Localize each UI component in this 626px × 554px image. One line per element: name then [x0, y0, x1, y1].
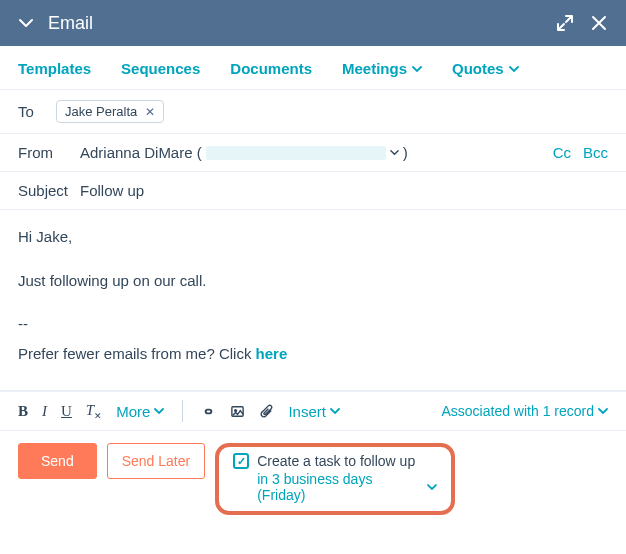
- tab-meetings-label: Meetings: [342, 60, 407, 77]
- compose-tabs: Templates Sequences Documents Meetings Q…: [0, 46, 626, 90]
- tab-sequences[interactable]: Sequences: [121, 60, 200, 77]
- bcc-button[interactable]: Bcc: [583, 144, 608, 161]
- from-name: Adrianna DiMare (: [80, 144, 202, 161]
- from-close-paren: ): [403, 144, 408, 161]
- clear-format-button[interactable]: T✕: [86, 402, 102, 421]
- email-body[interactable]: Hi Jake, Just following up on our call. …: [0, 210, 626, 390]
- body-greeting: Hi Jake,: [18, 224, 608, 250]
- recipient-chip[interactable]: Jake Peralta ✕: [56, 100, 164, 123]
- signature-line: Prefer fewer emails from me? Click here: [18, 341, 608, 367]
- task-checkbox[interactable]: ✓: [233, 453, 249, 469]
- more-label: More: [116, 403, 150, 420]
- image-icon[interactable]: [230, 404, 245, 419]
- attachment-icon[interactable]: [259, 404, 274, 419]
- tab-templates[interactable]: Templates: [18, 60, 91, 77]
- link-icon[interactable]: [201, 404, 216, 419]
- body-paragraph: Just following up on our call.: [18, 268, 608, 294]
- bold-button[interactable]: B: [18, 403, 28, 420]
- expand-icon[interactable]: [556, 14, 574, 32]
- tab-quotes-label: Quotes: [452, 60, 504, 77]
- send-button[interactable]: Send: [18, 443, 97, 479]
- chevron-down-icon: [390, 148, 399, 157]
- follow-up-task-box: ✓ Create a task to follow up in 3 busine…: [215, 443, 455, 515]
- from-dropdown[interactable]: Adrianna DiMare ( ): [80, 144, 553, 161]
- chevron-down-icon: [598, 406, 608, 416]
- header-title: Email: [48, 13, 93, 34]
- send-later-button[interactable]: Send Later: [107, 443, 206, 479]
- chevron-down-icon: [412, 64, 422, 74]
- close-icon[interactable]: [590, 14, 608, 32]
- signature-text: Prefer fewer emails from me? Click: [18, 345, 256, 362]
- task-label: Create a task to follow up: [257, 453, 415, 469]
- associated-label: Associated with 1 record: [441, 403, 594, 419]
- remove-recipient-icon[interactable]: ✕: [145, 105, 155, 119]
- from-email-redacted: [206, 146, 386, 160]
- format-toolbar: B I U T✕ More Insert Associated with 1 r…: [0, 390, 626, 431]
- to-row: To Jake Peralta ✕: [0, 90, 626, 134]
- tab-meetings[interactable]: Meetings: [342, 60, 422, 77]
- from-row: From Adrianna DiMare ( ) Cc Bcc: [0, 134, 626, 172]
- toolbar-divider: [182, 400, 183, 422]
- cc-button[interactable]: Cc: [553, 144, 571, 161]
- tab-quotes[interactable]: Quotes: [452, 60, 519, 77]
- insert-label: Insert: [288, 403, 326, 420]
- svg-point-1: [235, 409, 237, 411]
- to-label: To: [18, 103, 56, 120]
- task-when-label: in 3 business days (Friday): [257, 471, 423, 503]
- compose-header: Email: [0, 0, 626, 46]
- insert-button[interactable]: Insert: [288, 403, 340, 420]
- underline-button[interactable]: U: [61, 403, 72, 420]
- task-when-dropdown[interactable]: in 3 business days (Friday): [257, 471, 437, 503]
- from-label: From: [18, 144, 80, 161]
- compose-footer: Send Send Later ✓ Create a task to follo…: [0, 431, 626, 529]
- chevron-down-icon: [427, 482, 437, 492]
- chevron-down-icon: [154, 406, 164, 416]
- subject-row: Subject Follow up: [0, 172, 626, 210]
- collapse-icon[interactable]: [18, 15, 34, 31]
- more-format-button[interactable]: More: [116, 403, 164, 420]
- subject-value[interactable]: Follow up: [80, 182, 144, 199]
- chevron-down-icon: [330, 406, 340, 416]
- chevron-down-icon: [509, 64, 519, 74]
- signature-separator: --: [18, 311, 608, 337]
- subject-label: Subject: [18, 182, 80, 199]
- tab-documents[interactable]: Documents: [230, 60, 312, 77]
- italic-button[interactable]: I: [42, 403, 47, 420]
- recipient-name: Jake Peralta: [65, 104, 137, 119]
- signature-link[interactable]: here: [256, 345, 288, 362]
- associated-records-button[interactable]: Associated with 1 record: [441, 403, 608, 419]
